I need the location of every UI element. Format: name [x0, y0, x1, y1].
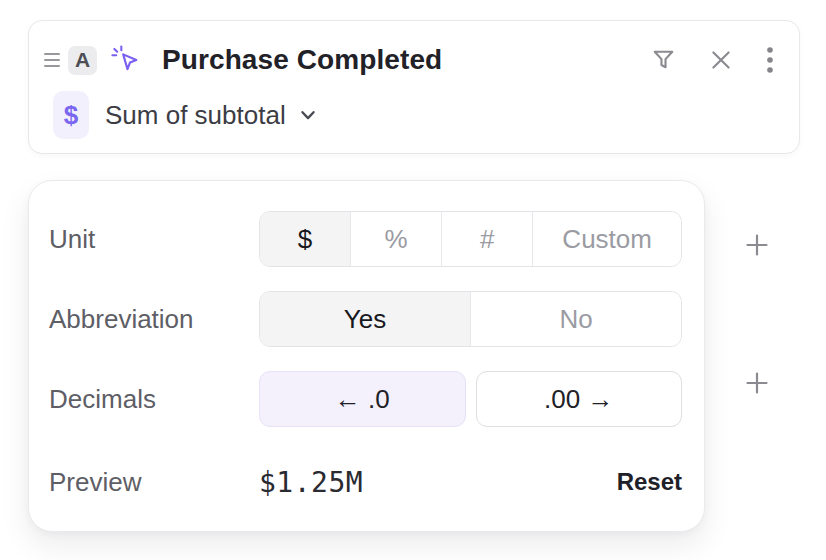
- abbreviation-option-yes[interactable]: Yes: [260, 292, 470, 346]
- event-title: Purchase Completed: [162, 44, 442, 76]
- decimals-label: Decimals: [49, 384, 259, 415]
- filter-icon[interactable]: [650, 47, 677, 74]
- event-metric-row: $ Sum of subtotal: [29, 91, 799, 139]
- abbreviation-row: Abbreviation Yes No: [49, 291, 682, 347]
- unit-option-number[interactable]: #: [441, 212, 532, 266]
- event-card-header: A Purchase Completed: [29, 21, 799, 75]
- add-filter-button[interactable]: [740, 228, 774, 262]
- unit-label: Unit: [49, 224, 259, 255]
- preview-row: Preview $1.25M Reset: [49, 464, 682, 500]
- close-icon[interactable]: [708, 47, 734, 73]
- chevron-down-icon: [298, 105, 318, 125]
- unit-segmented-control: $ % # Custom: [259, 211, 682, 267]
- metric-dropdown-label: Sum of subtotal: [105, 100, 286, 131]
- event-group-badge: A: [68, 46, 97, 75]
- preview-label: Preview: [49, 467, 259, 498]
- format-panel: Unit $ % # Custom Abbreviation Yes No De…: [28, 180, 705, 532]
- decimals-increase-button[interactable]: .00 →: [476, 371, 683, 427]
- abbreviation-segmented-control: Yes No: [259, 291, 682, 347]
- unit-option-percent[interactable]: %: [350, 212, 441, 266]
- drag-handle-icon[interactable]: [44, 53, 60, 67]
- currency-metric-icon: $: [53, 91, 89, 139]
- reset-button[interactable]: Reset: [617, 468, 682, 496]
- add-option-button[interactable]: [740, 366, 774, 400]
- click-cursor-icon: [111, 45, 141, 75]
- plus-icon: [744, 370, 770, 396]
- unit-option-dollar[interactable]: $: [260, 212, 350, 266]
- metric-format-popover: A Purchase Completed: [0, 0, 826, 560]
- kebab-menu-icon[interactable]: [765, 44, 775, 76]
- abbreviation-option-no[interactable]: No: [470, 292, 681, 346]
- event-actions: [650, 44, 775, 76]
- plus-icon: [744, 232, 770, 258]
- metric-dropdown[interactable]: Sum of subtotal: [105, 100, 318, 131]
- unit-option-custom[interactable]: Custom: [532, 212, 681, 266]
- event-card: A Purchase Completed: [28, 20, 800, 154]
- decimals-decrease-button[interactable]: ← .0: [259, 371, 466, 427]
- decimals-row: Decimals ← .0 .00 →: [49, 371, 682, 427]
- unit-row: Unit $ % # Custom: [49, 211, 682, 267]
- abbreviation-label: Abbreviation: [49, 304, 259, 335]
- preview-value: $1.25M: [259, 466, 363, 499]
